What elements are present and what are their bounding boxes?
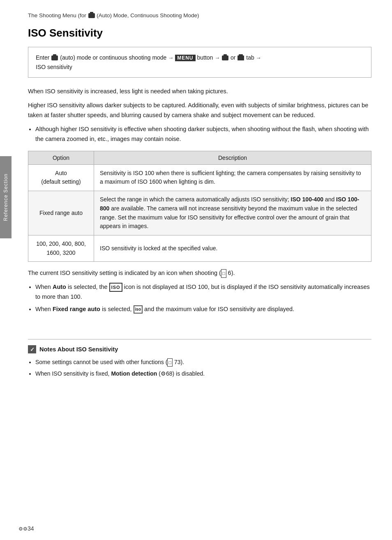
iso-display-icon: ISO xyxy=(109,283,122,292)
table-cell-option-3: 100, 200, 400, 800,1600, 3200 xyxy=(28,235,94,261)
notes-header: Notes About ISO Sensitivity xyxy=(28,345,371,353)
iso-table: Option Description Auto(default setting)… xyxy=(28,151,371,262)
footer-icon: ⚙⚙ xyxy=(18,526,28,532)
table-cell-desc-2: Select the range in which the camera aut… xyxy=(94,191,371,235)
page-number: 34 xyxy=(28,525,34,532)
notes-item-2: When ISO sensitivity is fixed, Motion de… xyxy=(35,369,371,378)
camera-icon-auto xyxy=(51,55,58,60)
camera-icon xyxy=(88,13,95,18)
page-ref-73: □ xyxy=(167,358,173,367)
ref-bullet-2: When Fixed range auto is selected, iso a… xyxy=(35,305,371,314)
notes-check-icon xyxy=(28,345,36,353)
side-tab-label: Reference Section xyxy=(3,173,9,221)
notes-item-1: Some settings cannot be used with other … xyxy=(35,358,371,367)
table-cell-desc-1: Sensitivity is ISO 100 when there is suf… xyxy=(94,164,371,191)
intro-bullets: Although higher ISO sensitivity is effec… xyxy=(35,125,371,144)
ref-bullets: When Auto is selected, the ISO icon is n… xyxy=(35,282,371,314)
table-header-description: Description xyxy=(94,151,371,164)
notes-list: Some settings cannot be used with other … xyxy=(35,358,371,378)
page-title: ISO Sensitivity xyxy=(28,27,371,39)
page-footer: ⚙⚙34 xyxy=(18,525,34,532)
table-row: 100, 200, 400, 800,1600, 3200 ISO sensit… xyxy=(28,235,371,261)
camera-icon-menu xyxy=(222,55,228,60)
ref-note: The current ISO sensitivity setting is i… xyxy=(28,268,371,278)
table-row: Fixed range auto Select the range in whi… xyxy=(28,191,371,235)
body-text-1: When ISO sensitivity is increased, less … xyxy=(28,87,371,97)
info-line2: ISO sensitivity xyxy=(36,64,72,70)
page-ref-icon: □ xyxy=(221,269,226,277)
info-box: Enter (auto) mode or continuous shooting… xyxy=(28,47,371,78)
bullet-item-1: Although higher ISO sensitivity is effec… xyxy=(35,125,371,144)
table-header-option: Option xyxy=(28,151,94,164)
body-text-2: Higher ISO sensitivity allows darker sub… xyxy=(28,101,371,120)
table-cell-desc-3: ISO sensitivity is locked at the specifi… xyxy=(94,235,371,261)
iso-range-icon: iso xyxy=(134,305,143,314)
table-row: Auto(default setting) Sensitivity is ISO… xyxy=(28,164,371,191)
table-cell-option-2: Fixed range auto xyxy=(28,191,94,235)
side-tab: Reference Section xyxy=(0,156,12,238)
or-text: or xyxy=(231,54,235,61)
table-cell-option-1: Auto(default setting) xyxy=(28,164,94,191)
ref-bullet-1: When Auto is selected, the ISO icon is n… xyxy=(35,282,371,302)
camera-icon-sq xyxy=(238,55,244,60)
notes-section: Notes About ISO Sensitivity Some setting… xyxy=(28,339,371,378)
breadcrumb: The Shooting Menu (for (Auto) Mode, Cont… xyxy=(28,12,371,18)
menu-button-label: MENU xyxy=(175,55,195,61)
notes-title: Notes About ISO Sensitivity xyxy=(39,346,118,353)
